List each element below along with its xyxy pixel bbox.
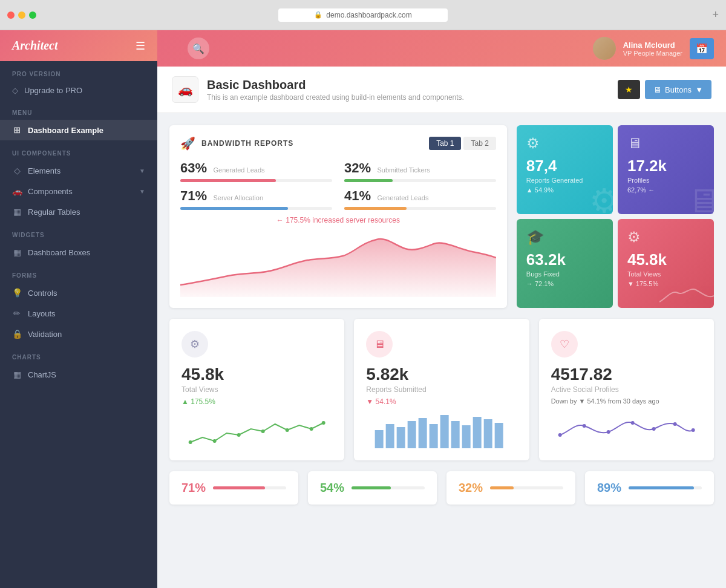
svg-rect-10 (408, 421, 416, 448)
stat-boxes: ⚙ 87,4 Reports Generated ▲ 54.9% ⚙ 🖥 17.… (517, 125, 714, 308)
bottom-cards: ⚙ 45.8k Total Views ▲ 175.5% (169, 319, 714, 460)
card3-change: Down by ▼ 54.1% from 30 days ago (551, 397, 702, 405)
app-container: Architect ☰ PRO VERSION ◇ Upgrade to PRO… (0, 30, 726, 588)
sidebar-item-regular-tables[interactable]: ▦ Regular Tables (0, 201, 157, 222)
stat1-value: 63% (180, 160, 207, 175)
bg-gear-icon: ⚙ (589, 181, 613, 214)
avatar-image (593, 37, 616, 60)
dot-green[interactable] (29, 11, 36, 19)
svg-point-24 (673, 422, 676, 426)
dot-red[interactable] (7, 11, 15, 19)
stat-box4-label: Total Views (627, 270, 661, 278)
area-chart-svg (180, 230, 496, 297)
hamburger-icon[interactable]: ☰ (136, 39, 145, 53)
new-tab-button[interactable]: + (712, 8, 719, 21)
table-icon: ▦ (12, 207, 22, 217)
sidebar-item-layouts[interactable]: ✏ Layouts (0, 303, 157, 324)
progress2-bar (352, 486, 391, 489)
stat-boxes-row-1: ⚙ 87,4 Reports Generated ▲ 54.9% ⚙ 🖥 17.… (517, 125, 714, 214)
svg-point-22 (630, 421, 634, 425)
buttons-icon: 🖥 (653, 85, 661, 94)
card3-chart (551, 411, 702, 447)
progress3-bar (490, 486, 514, 489)
regular-tables-label: Regular Tables (28, 207, 80, 217)
search-button[interactable]: 🔍 (188, 38, 209, 59)
chevron-down-icon-2: ▼ (139, 188, 145, 195)
pro-version-label: PRO VERSION (0, 61, 157, 81)
svg-rect-11 (419, 418, 427, 448)
stat2-bar (344, 179, 496, 182)
stat3-bar (180, 207, 332, 210)
page-title: Basic Dashboard (207, 78, 464, 92)
stat-box4-change: ▼ 175.5% (627, 280, 658, 287)
stat3-bar-fill (180, 207, 288, 210)
card3-icon-wrap: ♡ (551, 331, 578, 358)
progress-card-1: 71% (169, 471, 298, 505)
stat3-label: Server Allocation (214, 194, 264, 201)
components-icon: 🚗 (12, 186, 22, 196)
card-reports-submitted: 🖥 5.82k Reports Submitted ▼ 54.1% (354, 319, 529, 460)
stats-grid: 63% Generated Leads 32% Submitted Ticker… (180, 160, 496, 210)
graduation-icon-green: 🎓 (526, 229, 544, 246)
red-box-sparkline (659, 281, 714, 308)
svg-point-25 (691, 428, 695, 432)
stat1-label: Generated Leads (214, 166, 265, 174)
stat-box1-value: 87,4 (526, 157, 557, 175)
sidebar-item-chartjs[interactable]: ▦ ChartJS (0, 364, 157, 385)
avatar (593, 37, 616, 60)
stat2-bar-fill (344, 179, 393, 182)
alert-arrow-icon: ← (276, 216, 286, 224)
card1-chart (182, 412, 332, 448)
top-header: 🔍 Alina Mclourd VP People Manager 📅 (157, 30, 726, 67)
tab-2-button[interactable]: Tab 2 (463, 137, 495, 150)
ui-components-label: UI COMPONENTS (0, 140, 157, 160)
progress-card-4: 89% (585, 471, 714, 505)
browser-url-bar[interactable]: 🔒 demo.dashboardpack.com (278, 8, 448, 22)
monitor-icon-purple: 🖥 (627, 135, 642, 152)
browser-chrome: 🔒 demo.dashboardpack.com + (0, 0, 726, 30)
dot-yellow[interactable] (18, 11, 25, 19)
card1-sparkline-svg (182, 412, 332, 448)
sidebar-header: Architect ☰ (0, 30, 157, 61)
svg-point-0 (189, 440, 192, 444)
bandwidth-card: 🚀 BANDWIDTH REPORTS Tab 1 Tab 2 63% Gene… (169, 125, 507, 308)
stat4-value: 41% (344, 188, 371, 203)
stat-box1-label: Reports Generated (526, 177, 583, 184)
calendar-button[interactable]: 📅 (690, 38, 714, 59)
svg-rect-16 (473, 417, 482, 448)
page-header: 🚗 Basic Dashboard This is an example das… (157, 67, 726, 113)
buttons-dropdown[interactable]: 🖥 Buttons ▼ (645, 80, 711, 99)
svg-point-20 (582, 424, 586, 428)
svg-rect-8 (386, 424, 394, 448)
card3-sparkline-svg (551, 411, 702, 447)
buttons-chevron-icon: ▼ (695, 85, 703, 94)
menu-label: MENU (0, 100, 157, 120)
sidebar-item-validation[interactable]: 🔒 Validation (0, 324, 157, 344)
tab-1-button[interactable]: Tab 1 (429, 137, 461, 150)
elements-label: Elements (28, 166, 60, 175)
star-button[interactable]: ★ (618, 80, 640, 99)
user-name: Alina Mclourd (623, 41, 682, 50)
stat-item-1: 63% Generated Leads (180, 160, 332, 182)
upgrade-to-pro-item[interactable]: ◇ Upgrade to PRO (0, 81, 157, 100)
alert-text: 175.5% increased server resources (286, 216, 400, 224)
url-text: demo.dashboardpack.com (326, 11, 411, 19)
header-right: Alina Mclourd VP People Manager 📅 (593, 37, 714, 60)
sidebar-item-dashboard-boxes[interactable]: ▦ Dashboard Boxes (0, 242, 157, 263)
sidebar-item-components[interactable]: 🚗 Components ▼ (0, 181, 157, 201)
sidebar-item-controls[interactable]: 💡 Controls (0, 283, 157, 303)
progress4-bar-wrap (629, 486, 702, 489)
svg-point-21 (606, 430, 610, 434)
stat-item-2: 32% Submitted Tickers (344, 160, 496, 182)
svg-point-6 (322, 421, 325, 425)
progress1-bar (213, 486, 265, 489)
progress3-bar-wrap (490, 486, 563, 489)
sidebar-item-elements[interactable]: ◇ Elements ▼ (0, 160, 157, 181)
stat-box-views: ⚙ 45.8k Total Views ▼ 175.5% (618, 219, 714, 308)
svg-rect-13 (440, 415, 449, 448)
card1-icon-wrap: ⚙ (182, 331, 208, 358)
sidebar-item-dashboard-example[interactable]: ⊞ Dashboard Example (0, 120, 157, 140)
svg-rect-7 (375, 430, 384, 448)
stat-box4-value: 45.8k (627, 250, 667, 269)
dashboard-example-label: Dashboard Example (28, 126, 103, 135)
